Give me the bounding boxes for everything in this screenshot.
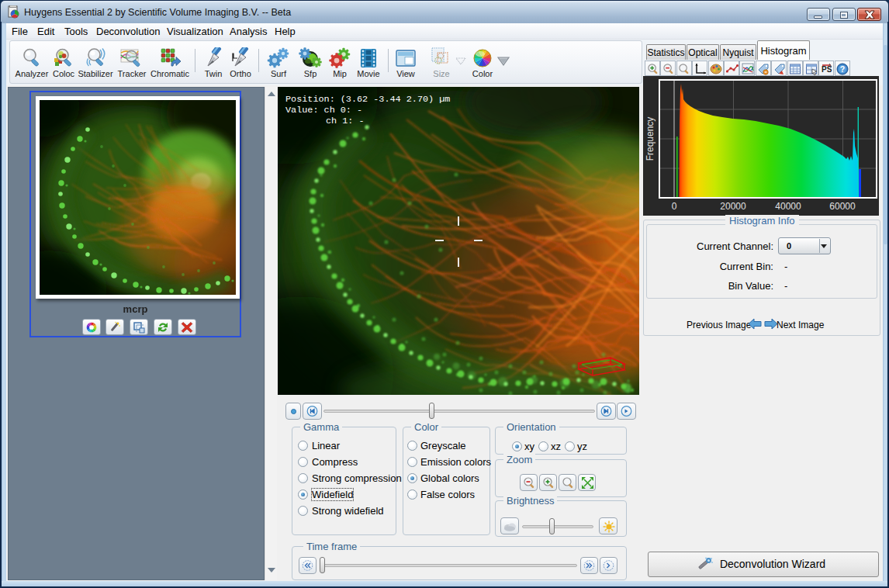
- svg-text:?: ?: [840, 64, 845, 74]
- svg-text:Position: (3.62 -3.44 2.70) µm: Position: (3.62 -3.44 2.70) µm: [285, 94, 450, 105]
- svg-text:ch 1: -: ch 1: -: [326, 116, 365, 126]
- svg-text:0: 0: [672, 201, 677, 212]
- svg-text:40000: 40000: [775, 201, 801, 212]
- svg-text:Value: ch 0: -: Value: ch 0: -: [285, 105, 362, 116]
- svg-text:Frequency: Frequency: [645, 117, 656, 161]
- svg-text:20000: 20000: [720, 201, 746, 212]
- svg-text:60000: 60000: [829, 201, 856, 212]
- svg-text:PS: PS: [822, 65, 832, 74]
